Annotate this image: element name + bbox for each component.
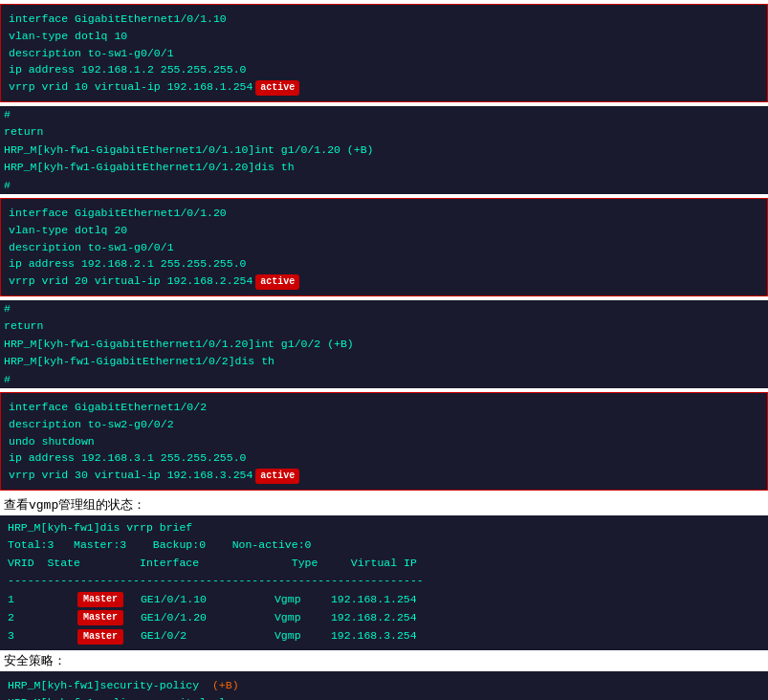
terminal-block-2: interface GigabitEthernet1/0/1.20 vlan-t… — [0, 198, 768, 296]
active-badge-2: active — [255, 274, 299, 290]
type-1: Vgmp — [274, 591, 327, 608]
interline2-cmd1: HRP_M[kyh-fw1-GigabitEthernet1/0/1.20]in… — [4, 336, 760, 353]
block1-line5: vrrp vrid 10 virtual-ip 192.168.1.254act… — [9, 80, 299, 93]
block1-line2: vlan-type dotlq 10 — [9, 30, 127, 42]
terminal-block-1: interface GigabitEthernet1/0/1.10 vlan-t… — [0, 4, 768, 102]
vgmp-total-line: Total:3 Master:3 Backup:0 Non-active:0 — [8, 536, 760, 554]
master-badge-2: Master — [77, 610, 123, 625]
block2-line4: ip address 192.168.2.1 255.255.255.0 — [9, 257, 246, 270]
terminal-block-3: interface GigabitEthernet1/0/2 descripti… — [0, 392, 768, 491]
security-terminal: HRP_M[kyh-fw1]security-policy (+B) HRP_M… — [0, 671, 768, 700]
block3-line5: vrrp vrid 30 virtual-ip 192.168.3.254act… — [9, 469, 299, 481]
vgmp-row-2: 2 Master GE1/0/1.20 Vgmp 192.168.2.254 — [8, 609, 760, 626]
vgmp-row-3: 3 Master GE1/0/2 Vgmp 192.168.3.254 — [8, 627, 760, 645]
block1-line4: ip address 192.168.1.2 255.255.255.0 — [9, 63, 246, 76]
interline1-hash2: # — [4, 177, 760, 194]
vrid-3: 3 — [8, 627, 14, 645]
interface-2: GE1/0/1.20 — [137, 609, 271, 626]
interline1-cmd2: HRP_M[kyh-fw1-GigabitEthernet1/0/1.20]di… — [4, 159, 760, 176]
vrid-1: 1 — [8, 591, 14, 608]
security-section-label: 安全策略： — [0, 650, 768, 671]
sec-plus-b-1: (+B) — [212, 679, 239, 691]
interline1-cmd1: HRP_M[kyh-fw1-GigabitEthernet1/0/1.10]in… — [4, 142, 760, 159]
page-container: interface GigabitEthernet1/0/1.10 vlan-t… — [0, 4, 768, 700]
vgmp-section-label: 查看vgmp管理组的状态： — [0, 494, 768, 515]
block2-line1: interface GigabitEthernet1/0/1.20 — [9, 207, 227, 219]
interline1-hash: # — [4, 106, 760, 123]
interline2-hash2: # — [4, 371, 760, 388]
block3-line3: undo shutdown — [9, 435, 95, 448]
vgmp-divider: ----------------------------------------… — [8, 572, 760, 589]
block3-line4: ip address 192.168.3.1 255.255.255.0 — [9, 451, 246, 464]
sec-line2: HRP_M[kyh-fw1-policy-security]rule na — [8, 694, 760, 700]
interline1-return: return — [4, 123, 760, 141]
vgmp-hrp-line: HRP_M[kyh-fw1]dis vrrp brief — [8, 519, 760, 536]
interface-1: GE1/0/1.10 — [137, 591, 271, 608]
block3-line2: description to-sw2-g0/0/2 — [9, 418, 174, 430]
block2-line3: description to-sw1-g0/0/1 — [9, 241, 174, 253]
interface-3: GE1/0/2 — [137, 627, 271, 645]
vgmp-header: VRID State Interface Type Virtual IP — [8, 555, 760, 572]
block1-line3: description to-sw1-g0/0/1 — [9, 47, 174, 59]
vip-2: 192.168.2.254 — [331, 609, 417, 626]
sec-line1: HRP_M[kyh-fw1]security-policy (+B) — [8, 677, 760, 694]
master-badge-3: Master — [77, 629, 123, 645]
interline2-return: return — [4, 317, 760, 335]
block1-line1: interface GigabitEthernet1/0/1.10 — [9, 12, 227, 25]
active-badge-1: active — [255, 80, 299, 96]
vgmp-table: HRP_M[kyh-fw1]dis vrrp brief Total:3 Mas… — [0, 515, 768, 650]
vip-1: 192.168.1.254 — [331, 591, 417, 608]
vip-3: 192.168.3.254 — [331, 627, 417, 645]
vrid-2: 2 — [8, 609, 14, 626]
type-2: Vgmp — [274, 609, 327, 626]
interline2-cmd2: HRP_M[kyh-fw1-GigabitEthernet1/0/2]dis t… — [4, 353, 760, 370]
block2-line5: vrrp vrid 20 virtual-ip 192.168.2.254act… — [9, 274, 299, 287]
interline2-hash: # — [4, 300, 760, 317]
interlines-2: # return HRP_M[kyh-fw1-GigabitEthernet1/… — [0, 300, 768, 388]
active-badge-3: active — [255, 469, 299, 484]
vgmp-row-1: 1 Master GE1/0/1.10 Vgmp 192.168.1.254 — [8, 591, 760, 608]
block2-line2: vlan-type dotlq 20 — [9, 224, 127, 236]
interlines-1: # return HRP_M[kyh-fw1-GigabitEthernet1/… — [0, 106, 768, 194]
type-3: Vgmp — [274, 627, 327, 645]
block3-line1: interface GigabitEthernet1/0/2 — [9, 401, 207, 413]
master-badge-1: Master — [77, 592, 123, 607]
